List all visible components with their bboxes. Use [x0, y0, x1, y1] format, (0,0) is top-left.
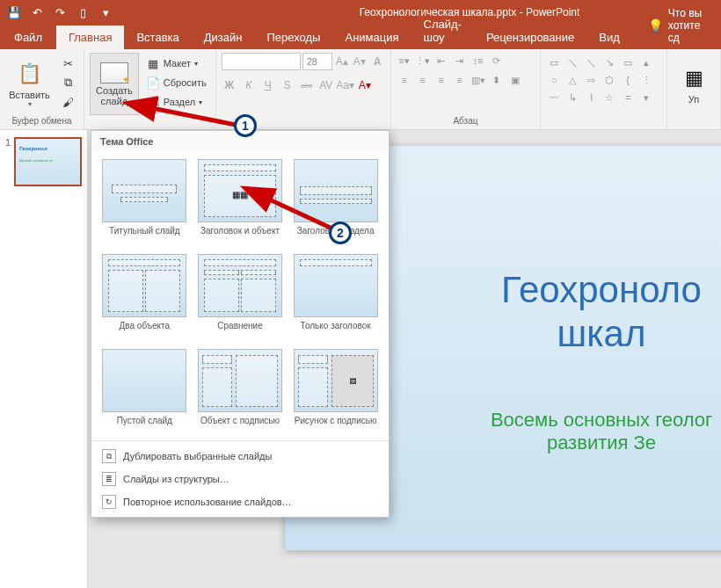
tell-me-search[interactable]: 💡 Что вы хотите сд: [639, 2, 721, 49]
layout-title-only[interactable]: Только заголовок: [291, 254, 380, 342]
shape-hex-icon[interactable]: ⬡: [601, 72, 617, 88]
cut-button[interactable]: ✂: [57, 54, 78, 72]
justify-icon[interactable]: ≡: [452, 72, 468, 88]
line-spacing-icon[interactable]: ↕≡: [470, 53, 486, 69]
tab-view[interactable]: Вид: [586, 25, 632, 49]
text-direction-icon[interactable]: ⟳: [489, 53, 505, 69]
shape-arrow2-icon[interactable]: ⇨: [583, 72, 599, 88]
gallery-footer: ⧉ Дублировать выбранные слайды ≣ Слайды …: [91, 440, 389, 517]
align-left-icon[interactable]: ≡: [397, 72, 412, 88]
brush-icon: 🖌: [61, 95, 75, 109]
tab-review[interactable]: Рецензирование: [474, 25, 586, 49]
tab-file[interactable]: Файл: [0, 25, 56, 49]
paste-button[interactable]: 📋 Вставить ▾: [5, 53, 54, 115]
layout-label: Два объекта: [120, 321, 171, 342]
shape-star-icon[interactable]: ☆: [601, 90, 617, 105]
bold-button[interactable]: Ж: [222, 77, 237, 93]
columns-icon[interactable]: ▥▾: [470, 72, 486, 88]
duplicate-slides-menuitem[interactable]: ⧉ Дублировать выбранные слайды: [91, 445, 389, 468]
shape-textbox-icon[interactable]: ▭: [546, 54, 562, 70]
shape-oval-icon[interactable]: ○: [546, 72, 562, 88]
layout-title-slide[interactable]: Титульный слайд: [100, 159, 189, 247]
shape-brace-icon[interactable]: {: [620, 72, 636, 88]
tab-animations[interactable]: Анимация: [332, 25, 411, 49]
increase-font-icon[interactable]: A▴: [334, 54, 350, 69]
decrease-font-icon[interactable]: A▾: [352, 54, 368, 69]
outline-icon: ≣: [102, 472, 116, 486]
drawing-group-label: [546, 115, 661, 127]
shape-connector-icon[interactable]: ↳: [564, 90, 580, 105]
layout-preview: [294, 159, 378, 222]
format-painter-button[interactable]: 🖌: [57, 93, 78, 111]
shape-curve-icon[interactable]: 〰: [546, 90, 562, 105]
change-case-button[interactable]: Aa▾: [338, 77, 353, 93]
shape-freeform-icon[interactable]: ⌇: [583, 90, 599, 105]
shape-rect-icon[interactable]: ▭: [620, 54, 636, 70]
smartart-icon[interactable]: ▣: [507, 72, 523, 88]
clear-format-icon[interactable]: A̷: [369, 54, 385, 69]
tab-design[interactable]: Дизайн: [192, 25, 255, 49]
decrease-indent-icon[interactable]: ⇤: [433, 53, 449, 69]
tab-home[interactable]: Главная: [56, 25, 124, 49]
shadow-button[interactable]: S: [280, 77, 295, 93]
slides-from-outline-menuitem[interactable]: ≣ Слайды из структуры…: [91, 468, 389, 490]
tab-transitions[interactable]: Переходы: [254, 25, 332, 49]
layout-content-caption[interactable]: Объект с подписью: [196, 349, 285, 437]
shape-line-icon[interactable]: ＼: [564, 54, 580, 70]
align-center-icon[interactable]: ≡: [415, 72, 431, 88]
reuse-slides-menuitem[interactable]: ↻ Повторное использование слайдов…: [91, 490, 389, 513]
align-right-icon[interactable]: ≡: [433, 72, 449, 88]
slide-title[interactable]: Геохроноло шкал: [501, 268, 702, 357]
slide-subtitle[interactable]: Восемь основных геолог развития Зе: [491, 409, 712, 454]
underline-button[interactable]: Ч: [260, 77, 276, 93]
tab-insert[interactable]: Вставка: [124, 25, 191, 49]
align-text-icon[interactable]: ⬍: [489, 72, 505, 88]
char-spacing-button[interactable]: AV: [318, 77, 334, 93]
layout-blank[interactable]: Пустой слайд: [100, 349, 189, 437]
shape-arrow-icon[interactable]: ↘: [601, 54, 617, 70]
new-slide-button[interactable]: Создать слайд: [90, 53, 139, 115]
layout-two-content[interactable]: Два объекта: [100, 254, 189, 342]
italic-button[interactable]: К: [241, 77, 257, 93]
new-slide-label: Создать слайд: [96, 85, 133, 106]
duplicate-icon: ⧉: [102, 449, 116, 463]
reset-button[interactable]: 📄Сбросить: [142, 74, 210, 91]
tell-me-label: Что вы хотите сд: [668, 7, 712, 44]
strike-button[interactable]: abc: [299, 77, 315, 93]
thumbnail-item[interactable]: 1 Геохронол Восемь основных ге: [5, 137, 82, 186]
shape-line2-icon[interactable]: ＼: [583, 54, 599, 70]
layout-comparison[interactable]: Сравнение: [196, 254, 285, 342]
section-button[interactable]: 📑Раздел▾: [142, 93, 210, 111]
shape-triangle-icon[interactable]: △: [564, 72, 580, 88]
thumbnail-number: 1: [5, 137, 11, 186]
increase-indent-icon[interactable]: ⇥: [452, 53, 468, 69]
arrange-button[interactable]: ▦ Уп: [673, 53, 715, 115]
shape-scroll-icon[interactable]: ⋮: [638, 72, 654, 88]
shape-equal-icon[interactable]: =: [620, 90, 636, 105]
font-size-input[interactable]: [302, 53, 332, 70]
bullets-icon[interactable]: ≡▾: [397, 53, 412, 69]
copy-button[interactable]: ⧉: [57, 74, 78, 91]
thumbnail-preview[interactable]: Геохронол Восемь основных ге: [14, 137, 82, 186]
layout-title-content[interactable]: ▦▦ Заголовок и объект: [196, 159, 285, 247]
group-slides: Создать слайд ▦Макет▾ 📄Сбросить 📑Раздел▾: [84, 49, 216, 129]
start-from-beginning-button[interactable]: ▯: [72, 3, 93, 22]
numbering-icon[interactable]: ⋮▾: [415, 53, 431, 69]
layout-label: Заголовок и объект: [200, 226, 280, 247]
undo-button[interactable]: ↶: [26, 3, 47, 22]
tab-slideshow[interactable]: Слайд-шоу: [411, 12, 474, 49]
copy-icon: ⧉: [61, 76, 75, 90]
shape-scroll-down-icon[interactable]: ▾: [638, 90, 654, 105]
group-drawing: ▭ ＼ ＼ ↘ ▭ ▴ ○ △ ⇨ ⬡ { ⋮ 〰 ↳ ⌇ ☆ = ▾: [541, 49, 667, 129]
font-name-input[interactable]: [222, 53, 301, 70]
customize-qat-button[interactable]: ▾: [95, 3, 116, 22]
save-button[interactable]: 💾: [4, 3, 25, 22]
layout-button[interactable]: ▦Макет▾: [142, 54, 210, 72]
reset-icon: 📄: [146, 76, 160, 90]
slide-thumbnails-pane[interactable]: 1 Геохронол Восемь основных ге: [0, 130, 88, 588]
shape-scroll-up-icon[interactable]: ▴: [638, 54, 654, 70]
layout-picture-caption[interactable]: 🖼 Рисунок с подписью: [291, 349, 380, 437]
redo-button[interactable]: ↷: [49, 3, 70, 22]
font-color-button[interactable]: A▾: [357, 77, 373, 93]
arrange-icon: ▦: [680, 64, 708, 92]
